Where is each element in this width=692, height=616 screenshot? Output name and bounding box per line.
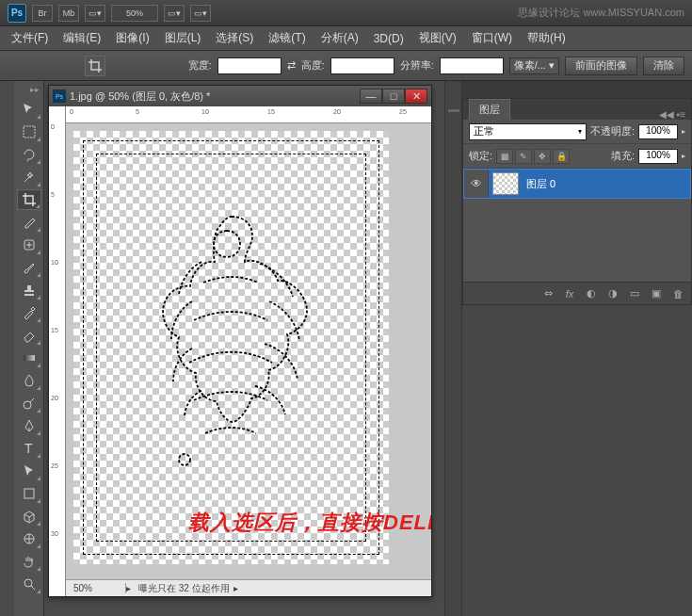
lock-pixels-button[interactable]: ✎ [515,149,532,164]
options-bar: 宽度: ⇄ 高度: 分辨率: 像素/... ▾ 前面的图像 清除 [0,51,692,81]
zoom-level[interactable]: 50% [111,5,158,22]
arrange-button[interactable]: ▭▾ [190,5,211,22]
menu-3d[interactable]: 3D(D) [366,28,411,49]
menu-analysis[interactable]: 分析(A) [314,26,366,50]
layer-name[interactable]: 图层 0 [526,177,555,191]
type-tool[interactable]: T [17,438,41,459]
width-input[interactable] [217,57,282,74]
lasso-tool[interactable] [17,144,41,165]
layer-thumbnail[interactable] [492,172,519,195]
lock-position-button[interactable]: ✥ [534,149,551,164]
eyedropper-tool[interactable] [17,212,41,233]
status-bar: 50% ▸ 曝光只在 32 位起作用 ▸ [66,579,431,596]
crop-tool[interactable] [17,189,41,210]
link-layers-button[interactable]: ⇔ [539,286,557,301]
document-titlebar[interactable]: Ps 1.jpg @ 50% (图层 0, 灰色/8) * — □ ✕ [49,86,431,106]
hand-tool[interactable] [17,551,41,572]
view-extras-button[interactable]: ▭▾ [164,5,185,22]
resolution-input[interactable] [440,57,504,74]
height-label: 高度: [301,58,325,73]
lock-transparent-button[interactable]: ▩ [496,149,513,164]
crop-tool-icon[interactable] [85,56,105,76]
toolbox-collapse[interactable]: ▸▸ [16,85,41,98]
fill-arrow-icon[interactable]: ▸ [682,152,685,160]
layer-fx-button[interactable]: fx [560,286,579,301]
healing-tool[interactable] [17,235,41,255]
opacity-arrow-icon[interactable]: ▸ [682,127,685,136]
opacity-input[interactable]: 100% [638,124,678,139]
clear-button[interactable]: 清除 [643,57,684,75]
history-brush-tool[interactable] [17,302,41,323]
menu-image[interactable]: 图像(I) [108,26,156,50]
minimize-button[interactable]: — [360,89,382,104]
status-more-icon[interactable]: ▸ [233,583,238,593]
panels-column: 图层 ◀◀ ▪≡ 正常▾ 不透明度: 100% ▸ 锁定: ▩ ✎ ✥ 🔒 [461,81,692,616]
status-zoom[interactable]: 50% [70,583,126,593]
menu-select[interactable]: 选择(S) [208,26,261,50]
wand-tool[interactable] [17,167,41,187]
app-top-bar: Ps Br Mb ▭▾ 50% ▭▾ ▭▾ 思缘设计论坛 www.MISSYUA… [0,0,692,26]
path-select-tool[interactable] [17,461,41,481]
layers-panel-footer: ⇔ fx ◐ ◑ ▭ ▣ 🗑 [463,282,691,304]
pen-tool[interactable] [17,415,41,436]
ruler-vertical[interactable]: 0 5 10 15 20 25 30 [49,106,66,596]
zoom-tool[interactable] [17,574,41,594]
layer-mask-button[interactable]: ◐ [582,286,601,301]
menu-help[interactable]: 帮助(H) [520,26,573,50]
screen-mode-button[interactable]: ▭▾ [85,5,105,22]
lock-all-button[interactable]: 🔒 [553,149,570,164]
menu-window[interactable]: 窗口(W) [464,26,520,50]
menu-view[interactable]: 视图(V) [411,26,464,50]
layers-list[interactable]: 👁 图层 0 [463,169,691,282]
menu-bar: 文件(F) 编辑(E) 图像(I) 图层(L) 选择(S) 滤镜(T) 分析(A… [0,26,692,51]
dodge-tool[interactable] [17,393,41,413]
swap-icon[interactable]: ⇄ [287,59,296,72]
workspace: ▸▸ T Ps 1.jpg @ 50% (图层 0, 灰色/8) * [0,81,692,616]
stamp-tool[interactable] [17,280,41,300]
document-title: 1.jpg @ 50% (图层 0, 灰色/8) * [70,89,210,104]
visibility-toggle[interactable]: 👁 [464,170,489,198]
marquee-tool[interactable] [17,122,41,142]
status-info: 曝光只在 32 位起作用 [131,582,230,595]
minibridge-button[interactable]: Mb [58,5,79,22]
brush-tool[interactable] [17,257,41,278]
bridge-button[interactable]: Br [32,5,53,22]
close-button[interactable]: ✕ [405,89,427,104]
svg-text:T: T [24,441,33,456]
gradient-tool[interactable] [17,348,41,368]
3d-camera-tool[interactable] [17,528,41,549]
move-tool[interactable] [17,99,41,120]
delete-layer-button[interactable]: 🗑 [668,286,687,301]
watermark: 思缘设计论坛 www.MISSYUAN.com [518,6,684,20]
maximize-button[interactable]: □ [382,89,405,104]
blend-mode-dropdown[interactable]: 正常▾ [469,123,587,140]
menu-file[interactable]: 文件(F) [4,26,56,50]
menu-layer[interactable]: 图层(L) [157,26,209,50]
svg-point-7 [24,579,32,587]
front-image-button[interactable]: 前面的图像 [565,57,637,75]
ruler-horizontal[interactable]: 0 5 10 15 20 25 [66,106,431,123]
eraser-tool[interactable] [17,325,41,346]
unit-dropdown[interactable]: 像素/... ▾ [509,57,559,74]
3d-tool[interactable] [17,506,41,527]
tutorial-overlay: 载入选区后，直接按DELETE键 [188,509,431,537]
menu-edit[interactable]: 编辑(E) [56,26,108,50]
new-layer-button[interactable]: ▣ [647,286,666,301]
panel-menu-icon[interactable]: ◀◀ ▪≡ [653,109,691,120]
panel-grip[interactable] [448,109,459,112]
menu-filter[interactable]: 滤镜(T) [261,26,313,50]
ps-doc-icon: Ps [53,89,66,103]
layers-tab[interactable]: 图层 [469,99,510,120]
canvas[interactable] [73,131,389,564]
svg-rect-5 [24,489,34,498]
layer-group-button[interactable]: ▭ [625,286,644,301]
adjustment-layer-button[interactable]: ◑ [603,286,622,301]
canvas-viewport[interactable]: 载入选区后，直接按DELETE键 [66,123,431,579]
shape-tool[interactable] [17,483,41,504]
height-input[interactable] [330,57,394,74]
fill-input[interactable]: 100% [638,149,678,164]
svg-rect-0 [24,126,35,138]
fill-label: 填充: [611,149,635,163]
blur-tool[interactable] [17,370,41,391]
layer-row[interactable]: 👁 图层 0 [463,169,691,199]
